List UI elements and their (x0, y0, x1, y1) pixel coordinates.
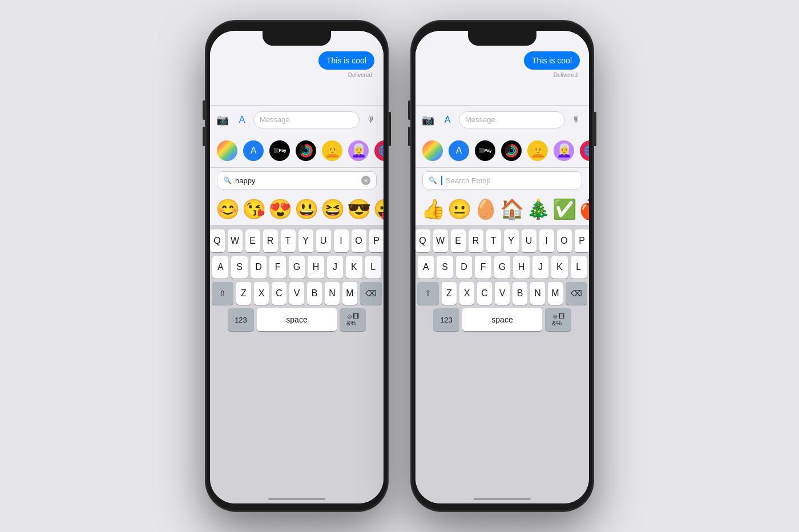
space-key-right[interactable]: space (462, 308, 542, 331)
key-H-left[interactable]: H (308, 256, 324, 279)
key-J-left[interactable]: J (327, 256, 343, 279)
vol-down-button-right[interactable] (408, 127, 410, 146)
vol-up-button[interactable] (203, 100, 205, 120)
key-Y-left[interactable]: Y (298, 229, 313, 252)
appstore-app-icon-left[interactable]: A (243, 140, 264, 161)
key-L-right[interactable]: L (571, 256, 587, 279)
key-F-left[interactable]: F (269, 256, 285, 279)
space-key-left[interactable]: space (257, 308, 337, 331)
key-O-left[interactable]: O (352, 229, 366, 252)
key-C-right[interactable]: C (477, 282, 492, 305)
key-K-right[interactable]: K (551, 256, 567, 279)
emoji-search-field-left[interactable]: 🔍 happy ✕ (217, 171, 377, 190)
emoji-result-2-left[interactable]: 😍 (268, 198, 292, 220)
emoji-result-6-left[interactable]: 😛 (373, 198, 384, 220)
key-F-right[interactable]: F (475, 256, 491, 279)
key-P-right[interactable]: P (575, 229, 590, 252)
memoji-icon-left[interactable]: 🧑‍🦲 (322, 140, 342, 161)
fitness-icon-left[interactable] (296, 140, 316, 161)
shift-key-right[interactable]: ⇧ (417, 282, 439, 305)
emoji-result-6-right[interactable]: 🍎 (579, 198, 589, 220)
key-P-left[interactable]: P (369, 229, 384, 252)
vol-down-button[interactable] (203, 127, 205, 146)
key-M-right[interactable]: M (548, 282, 563, 305)
photos-icon-right[interactable] (422, 140, 443, 161)
memoji2-icon-right[interactable]: 👩‍🦳 (554, 140, 574, 161)
power-button-right[interactable] (594, 112, 596, 146)
vol-up-button-right[interactable] (408, 100, 410, 120)
key-L-left[interactable]: L (365, 256, 381, 279)
key-G-left[interactable]: G (289, 256, 305, 279)
delete-key-right[interactable]: ⌫ (566, 282, 587, 305)
key-N-left[interactable]: N (325, 282, 340, 305)
appstore-icon-left[interactable]: A (234, 112, 250, 128)
emoji-search-field-right[interactable]: 🔍 Search Emoji (422, 171, 582, 190)
key-K-left[interactable]: K (346, 256, 362, 279)
key-T-left[interactable]: T (281, 229, 296, 252)
emoji-result-2-right[interactable]: 🥚 (474, 198, 498, 220)
memoji2-icon-left[interactable]: 👩‍🦳 (348, 140, 369, 161)
key-Q-left[interactable]: Q (210, 229, 225, 252)
emoji-result-0-left[interactable]: 😊 (216, 198, 240, 220)
key-B-left[interactable]: B (307, 282, 322, 305)
key-W-left[interactable]: W (228, 229, 243, 252)
key-E-left[interactable]: E (245, 229, 260, 252)
audio-icon-left[interactable]: 🎙 (363, 112, 379, 128)
clear-search-button-left[interactable]: ✕ (361, 176, 370, 185)
key-R-left[interactable]: R (263, 229, 278, 252)
audio-icon-right[interactable]: 🎙 (568, 112, 584, 128)
key-Z-right[interactable]: Z (442, 282, 457, 305)
applepay-icon-right[interactable]: ⬛Pay (475, 140, 495, 161)
key-D-left[interactable]: D (251, 256, 267, 279)
numbers-key-right[interactable]: 123 (433, 308, 459, 331)
key-H-right[interactable]: H (513, 256, 529, 279)
appstore-app-icon-right[interactable]: A (449, 140, 469, 161)
numbers-key-left[interactable]: 123 (228, 308, 254, 331)
globe-icon-right[interactable]: 🌐 (580, 140, 589, 161)
key-V-right[interactable]: V (495, 282, 510, 305)
message-input-right[interactable]: Message (459, 111, 565, 128)
key-D-right[interactable]: D (456, 256, 472, 279)
power-button[interactable] (389, 112, 391, 146)
key-M-left[interactable]: M (342, 282, 357, 305)
key-U-left[interactable]: U (316, 229, 331, 252)
key-A-left[interactable]: A (212, 256, 228, 279)
emoji-result-0-right[interactable]: 👍 (421, 198, 445, 220)
appstore-icon-right[interactable]: A (439, 112, 455, 128)
fitness-icon-right[interactable] (501, 140, 522, 161)
key-Z-left[interactable]: Z (236, 282, 251, 305)
shift-key-left[interactable]: ⇧ (212, 282, 233, 305)
camera-icon-left[interactable]: 📷 (215, 112, 231, 128)
emoji-result-1-left[interactable]: 😘 (242, 198, 266, 220)
key-R-right[interactable]: R (469, 229, 483, 252)
key-T-right[interactable]: T (486, 229, 501, 252)
key-Y-right[interactable]: Y (504, 229, 519, 252)
key-G-right[interactable]: G (494, 256, 510, 279)
emoji-switch-key-left[interactable]: ☺🎞&% (340, 308, 366, 331)
key-W-right[interactable]: W (433, 229, 448, 252)
key-S-left[interactable]: S (231, 256, 247, 279)
key-O-right[interactable]: O (557, 229, 572, 252)
key-A-right[interactable]: A (418, 256, 434, 279)
emoji-result-4-right[interactable]: 🎄 (526, 198, 550, 220)
camera-icon-right[interactable]: 📷 (420, 112, 436, 128)
key-N-right[interactable]: N (530, 282, 545, 305)
emoji-switch-key-right[interactable]: ☺🎞&% (545, 308, 571, 331)
key-I-left[interactable]: I (334, 229, 349, 252)
photos-icon-left[interactable] (217, 140, 237, 161)
key-B-right[interactable]: B (513, 282, 527, 305)
key-X-right[interactable]: X (459, 282, 474, 305)
key-C-left[interactable]: C (272, 282, 286, 305)
message-input-left[interactable]: Message (253, 111, 360, 128)
emoji-result-5-right[interactable]: ✅ (552, 198, 576, 220)
key-J-right[interactable]: J (532, 256, 548, 279)
key-Q-right[interactable]: Q (415, 229, 430, 252)
key-S-right[interactable]: S (437, 256, 453, 279)
emoji-result-4-left[interactable]: 😆 (321, 198, 345, 220)
key-E-right[interactable]: E (451, 229, 466, 252)
key-X-left[interactable]: X (254, 282, 269, 305)
globe-icon-left[interactable]: 🌐 (374, 140, 384, 161)
emoji-result-3-left[interactable]: 😃 (294, 198, 318, 220)
emoji-result-1-right[interactable]: 😐 (447, 198, 471, 220)
delete-key-left[interactable]: ⌫ (360, 282, 382, 305)
